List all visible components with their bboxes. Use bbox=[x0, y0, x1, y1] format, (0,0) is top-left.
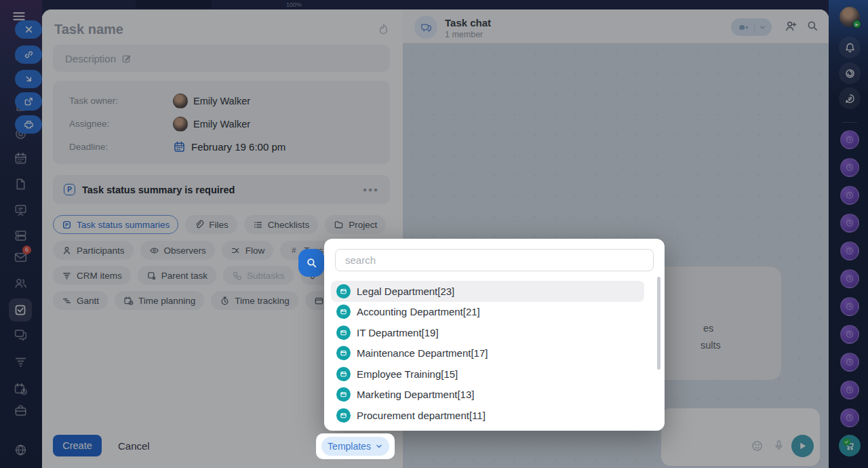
department-icon bbox=[336, 305, 351, 319]
dropdown-item[interactable]: Employee Training[15] bbox=[331, 364, 644, 385]
dropdown-item[interactable]: Procurement department[11] bbox=[331, 405, 644, 426]
dropdown-item-label: Procurement department[11] bbox=[357, 410, 486, 421]
templates-button[interactable]: Templates bbox=[321, 437, 389, 456]
department-icon bbox=[336, 346, 351, 360]
department-icon bbox=[336, 284, 351, 298]
dropdown-scrollbar[interactable] bbox=[657, 277, 660, 370]
dropdown-item-label: Accounting Department[21] bbox=[357, 306, 480, 317]
department-dropdown: Legal Department[23]Accounting Departmen… bbox=[324, 239, 665, 431]
dropdown-item-label: Employee Training[15] bbox=[357, 368, 458, 380]
department-icon bbox=[336, 408, 351, 423]
dropdown-item-label: IT Department[19] bbox=[357, 327, 439, 338]
dropdown-item[interactable]: Accounting Department[21] bbox=[331, 302, 644, 323]
templates-spotlight: Templates bbox=[316, 433, 395, 459]
dropdown-item-label: Marketing Department[13] bbox=[357, 389, 474, 400]
dropdown-search-input[interactable] bbox=[335, 249, 654, 271]
dropdown-item[interactable]: IT Department[19] bbox=[331, 322, 644, 343]
chevron-down-icon bbox=[375, 442, 383, 450]
dropdown-item[interactable]: Legal Department[23] bbox=[331, 281, 644, 302]
search-highlight-button[interactable] bbox=[298, 249, 324, 277]
dropdown-item-label: Maintenance Department[17] bbox=[357, 347, 488, 359]
templates-label: Templates bbox=[328, 441, 371, 452]
department-icon bbox=[336, 367, 351, 381]
dropdown-item[interactable]: Maintenance Department[17] bbox=[331, 343, 644, 364]
department-icon bbox=[336, 387, 351, 402]
app-screen: 6 100% Task name Description Task owner:… bbox=[0, 0, 868, 468]
dropdown-item[interactable]: Marketing Department[13] bbox=[331, 385, 644, 406]
dropdown-item-label: Legal Department[23] bbox=[357, 286, 454, 297]
department-icon bbox=[336, 326, 351, 340]
